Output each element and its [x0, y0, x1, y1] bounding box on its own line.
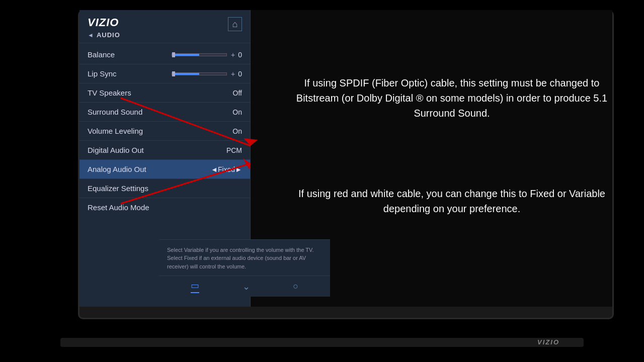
reset-audio-mode-label: Reset Audio Mode — [88, 203, 149, 212]
tv-brand-logo: VIZIO — [537, 338, 559, 346]
lip-sync-fill — [172, 73, 199, 75]
menu-item-surround-sound[interactable]: Surround Sound On — [79, 103, 250, 121]
volume-leveling-label: Volume Leveling — [88, 127, 143, 135]
nav-icon-down[interactable]: ⌄ — [243, 281, 250, 292]
menu-item-reset-audio-mode[interactable]: Reset Audio Mode — [79, 198, 250, 217]
home-button[interactable]: ⌂ — [228, 17, 242, 31]
tv-stand — [60, 338, 584, 347]
description-box: Select Variable if you are controlling t… — [159, 239, 330, 277]
balance-thumb — [172, 52, 175, 57]
balance-label: Balance — [88, 50, 115, 59]
balance-plus-icon: + — [231, 51, 235, 59]
balance-slider[interactable]: + 0 — [172, 51, 242, 59]
menu-item-lip-sync[interactable]: Lip Sync + 0 — [79, 64, 250, 83]
vizio-logo: VIZIO — [88, 16, 242, 29]
menu-items-list: Balance + 0 Lip Sync + 0 — [79, 43, 250, 219]
lip-sync-value: 0 — [238, 70, 242, 78]
analog-audio-out-value: ◄Fixed► — [211, 165, 242, 173]
tv-speakers-value: Off — [233, 89, 242, 97]
lip-sync-label: Lip Sync — [88, 69, 117, 78]
menu-item-volume-leveling[interactable]: Volume Leveling On — [79, 122, 250, 140]
lip-sync-track — [172, 72, 227, 75]
tv-speakers-label: TV Speakers — [88, 88, 131, 97]
volume-leveling-value: On — [232, 127, 242, 135]
menu-item-equalizer-settings[interactable]: Equalizer Settings — [79, 179, 250, 198]
menu-panel: VIZIO ⌂ ◄ AUDIO Balance + 0 Lip Sync — [79, 10, 251, 307]
balance-value: 0 — [238, 51, 242, 59]
back-arrow-icon[interactable]: ◄ — [88, 32, 94, 39]
surround-sound-value: On — [232, 108, 242, 116]
breadcrumb-label: AUDIO — [97, 31, 120, 39]
home-icon: ⌂ — [232, 19, 238, 30]
menu-header: VIZIO ⌂ ◄ AUDIO — [79, 10, 250, 43]
menu-item-tv-speakers[interactable]: TV Speakers Off — [79, 83, 250, 102]
equalizer-settings-label: Equalizer Settings — [88, 184, 148, 193]
digital-audio-out-value: PCM — [226, 146, 242, 154]
lip-sync-plus-icon: + — [231, 70, 235, 78]
breadcrumb: ◄ AUDIO — [88, 31, 242, 39]
digital-audio-out-label: Digital Audio Out — [88, 146, 144, 154]
balance-track — [172, 53, 227, 56]
surround-sound-label: Surround Sound — [88, 108, 142, 116]
balance-fill — [172, 54, 199, 56]
nav-icon-circle[interactable]: ○ — [293, 281, 298, 292]
menu-item-analog-audio-out[interactable]: Analog Audio Out ◄Fixed► — [79, 160, 250, 178]
bottom-nav: ▭ ⌄ ○ — [159, 276, 330, 297]
lip-sync-thumb — [172, 71, 175, 76]
description-text: Select Variable if you are controlling t… — [167, 246, 322, 271]
analog-audio-out-label: Analog Audio Out — [88, 165, 146, 173]
nav-icon-screen[interactable]: ▭ — [191, 280, 199, 293]
menu-item-digital-audio-out[interactable]: Digital Audio Out PCM — [79, 141, 250, 159]
menu-item-balance[interactable]: Balance + 0 — [79, 45, 250, 64]
lip-sync-slider[interactable]: + 0 — [172, 70, 242, 78]
